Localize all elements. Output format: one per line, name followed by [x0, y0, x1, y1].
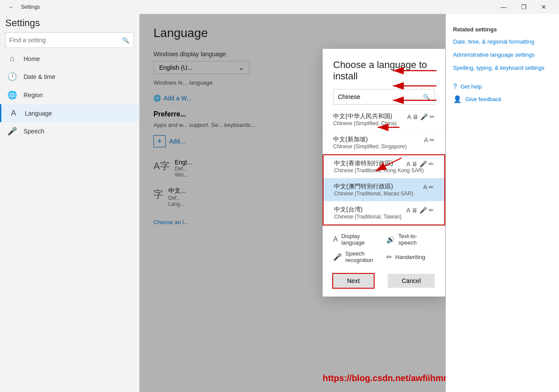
modal-footer: Next Cancel [323, 269, 445, 297]
list-item[interactable]: A︎ 🖥 🎤 ✏ 中文(台湾) Chinese (Traditional, Ta… [324, 201, 444, 225]
speech-rec-icon: 🎤 [333, 253, 342, 261]
list-item[interactable]: A︎ ✏ 中文(澳門特別行政區) Chinese (Traditional, M… [324, 178, 444, 201]
sidebar-label-language: Language [25, 110, 52, 117]
tts-feature-label: Text-to-speech [399, 233, 435, 246]
annotation-arrow [389, 62, 441, 114]
app-title: Settings [21, 4, 40, 10]
related-link-datetime[interactable]: Date, time, & regional formatting [453, 38, 552, 46]
modal-overlay: Choose a language to install 🔍 A︎ 🖥 🎤 ✏ … [140, 14, 446, 392]
handwriting-arrow [375, 119, 402, 136]
svg-line-5 [375, 158, 402, 171]
give-feedback-label: Give feedback [465, 96, 501, 102]
get-help-label: Get help [460, 83, 482, 90]
related-link-spelling[interactable]: Spelling, typing, & keyboard settings [453, 64, 552, 72]
content-area: Language Windows display language Englis… [140, 14, 446, 392]
display-lang-icon: A︎ [333, 235, 338, 243]
feedback-icon: 👤 [453, 95, 462, 103]
sidebar-label-datetime: Date & time [24, 73, 55, 80]
search-icon[interactable]: 🔍 [118, 32, 133, 48]
sidebar-title: Settings [0, 14, 139, 31]
speech-rec-label: Speech recognition [345, 250, 382, 263]
right-panel: Related settings Date, time, & regional … [446, 14, 559, 392]
sidebar-item-home[interactable]: ⌂ Home [0, 50, 139, 68]
tts-icon: 🔊 [386, 235, 395, 244]
clock-icon: 🕐 [7, 72, 17, 82]
home-icon: ⌂ [7, 54, 17, 63]
language-features: A︎ Display language 🔊 Text-to-speech 🎤 S… [323, 225, 445, 269]
display-lang-feature-label: Display language [341, 233, 382, 246]
lang-feature-icons: A︎ 🖥 🎤 ✏ [406, 207, 434, 214]
text-to-speech-feature: 🔊 Text-to-speech [386, 233, 435, 246]
microphone-icon: 🎤 [7, 126, 17, 136]
app-body: Settings 🔍 ⌂ Home 🕐 Date & time 🌐 Region… [0, 14, 559, 392]
search-box[interactable]: 🔍 [5, 32, 134, 48]
lang-feature-icons: A︎ ✏ [423, 184, 434, 191]
sidebar-item-datetime[interactable]: 🕐 Date & time [0, 68, 139, 86]
sidebar-item-language[interactable]: A Language [0, 104, 139, 122]
titlebar: ← Settings — ❐ ✕ [0, 0, 559, 14]
sidebar: Settings 🔍 ⌂ Home 🕐 Date & time 🌐 Region… [0, 14, 140, 392]
sidebar-label-region: Region [24, 92, 43, 99]
language-icon: A [8, 109, 19, 118]
sidebar-nav: ⌂ Home 🕐 Date & time 🌐 Region A Language… [0, 50, 139, 140]
display-language-feature: A︎ Display language [333, 233, 382, 246]
restore-button[interactable]: ❐ [514, 0, 534, 14]
window-controls: — ❐ ✕ [494, 0, 554, 14]
handwriting-feature: ✏ Handwriting [386, 250, 435, 263]
next-button-arrow [371, 145, 406, 180]
sidebar-label-speech: Speech [24, 128, 44, 135]
handwriting-label: Handwriting [395, 254, 426, 260]
close-button[interactable]: ✕ [534, 0, 554, 14]
sidebar-item-speech[interactable]: 🎤 Speech [0, 122, 139, 140]
next-button[interactable]: Next [333, 274, 374, 288]
back-button[interactable]: ← [5, 1, 17, 13]
sidebar-item-region[interactable]: 🌐 Region [0, 86, 139, 104]
give-feedback-item[interactable]: 👤 Give feedback [453, 95, 552, 103]
help-section: ? Get help 👤 Give feedback [453, 83, 552, 103]
cancel-button[interactable]: Cancel [388, 274, 435, 288]
lang-feature-icons: A︎ ✏ [424, 136, 435, 143]
search-input[interactable] [6, 37, 118, 44]
lang-feature-icons: A︎ 🖥 🎤 ✏ [406, 160, 434, 167]
related-settings-title: Related settings [453, 26, 552, 33]
sidebar-label-home: Home [24, 55, 40, 62]
speech-recognition-feature: 🎤 Speech recognition [333, 250, 382, 263]
lang-feature-icons: A︎ 🖥 🎤 ✏ [407, 113, 435, 120]
minimize-button[interactable]: — [494, 0, 514, 14]
handwriting-icon: ✏ [386, 253, 392, 261]
globe-icon: 🌐 [7, 90, 17, 100]
get-help-item[interactable]: ? Get help [453, 83, 552, 91]
question-icon: ? [453, 83, 457, 91]
related-link-admin[interactable]: Administrative language settings [453, 51, 552, 59]
